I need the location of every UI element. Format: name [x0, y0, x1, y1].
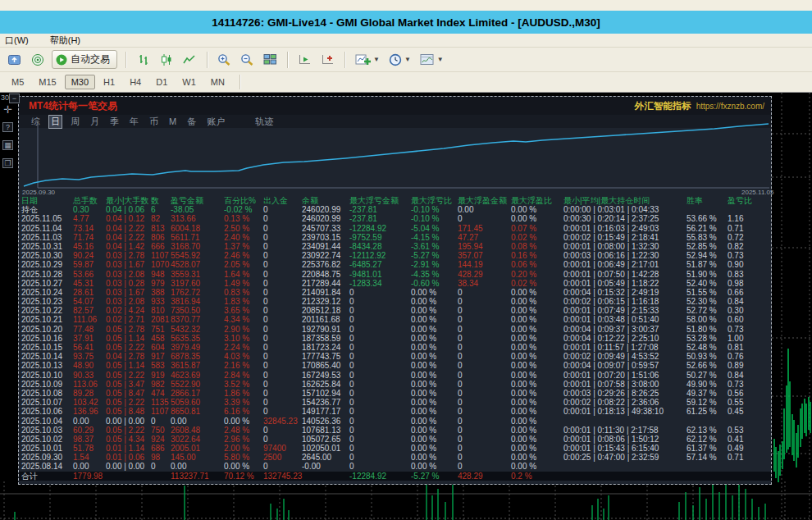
cell: 0.00 % — [411, 343, 458, 352]
timeframe-mn[interactable]: MN — [204, 75, 231, 89]
chart-shift-button[interactable] — [319, 52, 336, 66]
cell: 0 — [458, 334, 511, 343]
bar-chart-button[interactable] — [135, 52, 153, 67]
cell: 5059.60 — [171, 398, 224, 407]
cell: 0.00 % — [411, 361, 458, 370]
cell: 0:00:02 | 0:08:22 | 2:36:06 — [563, 398, 687, 407]
periods-button[interactable]: ▼ — [387, 52, 413, 67]
zoom-out-button[interactable] — [239, 52, 256, 67]
cell: 0 — [263, 315, 302, 324]
cell: 2025.10.04 — [21, 417, 73, 426]
cell: 245707.33 — [302, 224, 349, 233]
table-row: 2025.11.054.770.04 | 0.1282313.660.13 %0… — [19, 214, 771, 223]
cell: 195.94 — [458, 242, 511, 251]
clock-icon — [389, 53, 402, 66]
cell: 0.45 — [728, 407, 764, 416]
cell — [563, 417, 687, 426]
cell: 45.16 — [73, 242, 106, 251]
cell: 0.00 % — [511, 444, 563, 453]
cell: 0 — [349, 371, 411, 380]
cell: 149177.17 — [302, 407, 349, 416]
news-button[interactable] — [30, 52, 46, 67]
move-cross-icon[interactable]: ✛ — [3, 103, 12, 116]
cell: 0 — [263, 398, 302, 407]
cell: 55.83 % — [687, 233, 728, 242]
cell: 192790.91 — [302, 325, 349, 334]
cell: 3559.31 — [171, 270, 224, 279]
cell: 2025.10.28 — [21, 270, 73, 279]
equity-curve-line — [24, 124, 769, 186]
indicators-button[interactable]: ▼ — [354, 52, 381, 67]
stats-panel: MT4统计每一笔交易 外汇智能指标 https://fxznzb.com/ 综日… — [18, 96, 772, 485]
cell: 0 — [349, 426, 411, 435]
cell: 0 — [263, 361, 302, 370]
timeframe-m5[interactable]: M5 — [5, 75, 30, 89]
cell: 49.90 % — [687, 380, 728, 389]
target-icon — [31, 53, 44, 66]
table-row: 2025.10.2354.070.03 | 2.089333816.941.83… — [19, 297, 771, 306]
cell: 97400 — [263, 444, 302, 453]
cell: 0:00:25 | 0:47:00 | 2:32:59 — [563, 453, 687, 462]
cell: 3.10 % — [224, 334, 263, 343]
grid-icon[interactable]: ▦ — [2, 140, 13, 150]
cell: 0:00:01 | 0:05:49 | 1:18:22 — [563, 279, 687, 288]
templates-button[interactable]: ▼ — [418, 52, 445, 66]
cell: 合计 — [21, 472, 73, 481]
menu-window[interactable]: 口(W) — [5, 34, 29, 47]
column-header: 余额 — [302, 196, 349, 205]
cell: 162625.84 — [302, 380, 349, 389]
cell: 145.00 — [171, 453, 224, 462]
cell: 2025.10.30 — [21, 251, 73, 260]
table-header-row: 日期总手数最小|大手数数盈亏金额百分比%出入金余额最大浮亏金额最大浮亏比最大浮盈… — [19, 196, 771, 205]
minimize-icon[interactable]: − — [9, 94, 20, 103]
timeframe-m30[interactable]: M30 — [65, 75, 95, 89]
cell: 1107 — [151, 251, 171, 260]
cell: 2025.10.03 — [21, 426, 73, 435]
auto-scroll-button[interactable] — [296, 52, 313, 66]
table-row: 2025.10.040.000.00 | 0.0000.000.00 %3284… — [19, 417, 771, 426]
zoom-in-button[interactable] — [216, 52, 233, 67]
cell: 0 — [458, 343, 511, 352]
cell: 52.94 % — [687, 251, 728, 260]
cell: 3979.49 — [171, 343, 224, 352]
timeframe-w1[interactable]: W1 — [176, 75, 203, 89]
title-bar: 14114726: GMI-Live14 - GMI Global Market… — [0, 11, 812, 34]
cell: 53.66 — [73, 270, 106, 279]
timeframe-d1[interactable]: D1 — [149, 75, 174, 89]
cell: 0:00:04 | 0:12:22 | 2:25:10 — [563, 334, 687, 343]
cell: 3197.60 — [171, 279, 224, 288]
cell: 90.24 — [73, 251, 106, 260]
cell: 0 — [458, 444, 511, 453]
cell: 0:00:01 | 0:15:43 | 6:15:40 — [563, 444, 687, 453]
menu-help[interactable]: 帮助(H) — [50, 34, 80, 47]
toolbar-separator — [287, 52, 288, 68]
timeframe-h4[interactable]: H4 — [123, 75, 148, 89]
equity-end-date: 2025.11.05 — [741, 189, 773, 196]
cell: 0.73 — [728, 325, 764, 334]
line-chart-button[interactable] — [180, 52, 198, 67]
candlestick-chart-button[interactable] — [158, 52, 175, 67]
cell: 2866.17 — [171, 389, 224, 398]
cell: 2025.10.15 — [21, 343, 73, 352]
cell: 0:00:01 | 0:06:49 | 2:17:01 — [563, 260, 687, 269]
dropdown-arrow-icon: ▼ — [437, 56, 444, 63]
help-icon[interactable]: ? — [2, 122, 13, 132]
publish-button[interactable] — [7, 52, 24, 67]
timeframe-m15[interactable]: M15 — [32, 75, 62, 89]
cell: 0 — [349, 380, 411, 389]
cell: 0.00 % — [511, 325, 563, 334]
tile-windows-button[interactable] — [262, 52, 279, 66]
cell: 924 — [151, 435, 171, 444]
timeframe-h1[interactable]: H1 — [97, 75, 121, 89]
cell: 59.12 % — [687, 398, 728, 407]
cell: 98.37 — [73, 435, 106, 444]
cell: 2.90 % — [224, 325, 263, 334]
cell: 90.33 — [73, 371, 106, 380]
cell: 2025.10.29 — [21, 260, 73, 269]
cell: 1.37 % — [224, 242, 263, 251]
cell: 0.00 % — [511, 361, 563, 370]
cell: 2608.48 — [171, 426, 224, 435]
cell: -5.27 % — [411, 472, 458, 481]
cascade-windows-icon[interactable]: ❐ — [2, 158, 13, 168]
auto-trading-button[interactable]: 自动交易 — [52, 50, 117, 69]
